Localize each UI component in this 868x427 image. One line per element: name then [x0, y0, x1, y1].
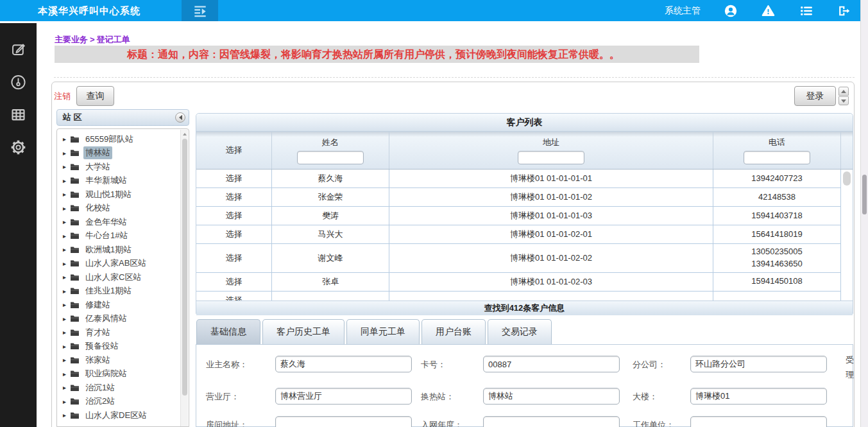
menu-toggle-button[interactable]: [182, 0, 218, 21]
tab[interactable]: 交易记录: [488, 319, 552, 344]
tab[interactable]: 同单元工单: [346, 319, 420, 344]
spinner-down-button[interactable]: [838, 96, 849, 105]
spinner-up-button[interactable]: [838, 87, 849, 96]
row-select-link[interactable]: 选择: [196, 244, 272, 273]
caret-icon[interactable]: [63, 329, 70, 336]
caret-icon[interactable]: [63, 260, 70, 267]
tree-item[interactable]: 65559部队站: [57, 132, 180, 146]
table-row[interactable]: 选择 樊涛 博琳楼01 01-01-01-03 15941403718: [196, 207, 853, 225]
user-profile-button[interactable]: [724, 4, 738, 18]
row-select-link[interactable]: 选择: [196, 225, 272, 244]
caret-icon[interactable]: [63, 150, 70, 157]
row-select-link[interactable]: 选择: [196, 170, 272, 188]
heat-station-field[interactable]: [483, 388, 620, 405]
tree-item[interactable]: 金色年华站: [57, 215, 180, 229]
tree-item[interactable]: 牛心台1#站: [57, 229, 180, 243]
tree-item[interactable]: 佳兆业1期站: [57, 284, 180, 299]
caret-icon[interactable]: [63, 315, 70, 322]
row-select-link[interactable]: 选择: [196, 188, 272, 207]
tab[interactable]: 客户历史工单: [262, 319, 345, 344]
owner-name-field[interactable]: [275, 356, 412, 372]
work-unit-label: 工作单位：: [633, 419, 674, 427]
caret-icon[interactable]: [63, 177, 70, 184]
table-row[interactable]: 选择 蔡久海 博琳楼01 01-01-01-01 13942407723: [196, 170, 853, 188]
phone-filter-input[interactable]: [744, 151, 810, 164]
folder-icon: [70, 232, 80, 240]
tree-item[interactable]: 亿泰风情站: [57, 312, 180, 326]
tree-item[interactable]: 欧洲城1期站: [57, 243, 180, 257]
address-filter-input[interactable]: [518, 151, 584, 164]
tree-item[interactable]: 育才站: [57, 326, 180, 340]
alerts-button[interactable]: [761, 4, 776, 18]
tree-item[interactable]: 修建站: [57, 298, 180, 312]
caret-icon[interactable]: [63, 191, 70, 198]
page-scrollbar-thumb[interactable]: [862, 175, 867, 214]
building-field[interactable]: [690, 388, 827, 405]
table-scrollbar-thumb[interactable]: [843, 171, 851, 186]
caret-icon[interactable]: [63, 398, 70, 405]
business-hall-field[interactable]: [275, 388, 412, 405]
tree-item[interactable]: 观山悦1期站: [57, 187, 180, 202]
caret-icon[interactable]: [63, 356, 70, 363]
folder-icon: [70, 412, 80, 419]
logout-link[interactable]: 注销: [54, 91, 71, 102]
accept-button[interactable]: 受理: [846, 353, 856, 382]
collapse-panel-button[interactable]: [175, 112, 185, 123]
grid-icon: [10, 106, 27, 123]
branch-field[interactable]: [690, 356, 827, 372]
table-row[interactable]: 选择: [196, 292, 853, 301]
tree-item[interactable]: 职业病院站: [57, 367, 180, 381]
caret-icon[interactable]: [63, 301, 70, 308]
tree-item[interactable]: 丰华新城站: [57, 174, 180, 188]
tree-item[interactable]: 山水人家AB区站: [57, 257, 180, 271]
tree-item[interactable]: 大学站: [57, 160, 180, 174]
caret-icon[interactable]: [63, 370, 70, 378]
work-unit-field[interactable]: [690, 416, 827, 427]
card-number-field[interactable]: [483, 356, 620, 372]
row-select-link[interactable]: 选择: [196, 273, 272, 292]
table-row[interactable]: 选择 谢文峰 博琳楼01 01-01-02-02 13050235005 139…: [196, 244, 853, 273]
caret-icon[interactable]: [63, 218, 70, 225]
caret-icon[interactable]: [63, 163, 70, 170]
caret-icon[interactable]: [63, 412, 70, 419]
row-select-link[interactable]: 选择: [196, 207, 272, 225]
row-select-link[interactable]: 选择: [196, 292, 272, 301]
tree-item[interactable]: 治沉2站: [57, 395, 180, 409]
caret-icon[interactable]: [63, 246, 70, 253]
logout-button[interactable]: [837, 4, 851, 18]
tree-item[interactable]: 张家站: [57, 353, 180, 367]
sidebar-item-tables[interactable]: [10, 105, 28, 123]
task-list-button[interactable]: [799, 4, 813, 18]
breadcrumb-section[interactable]: 主要业务: [55, 35, 88, 44]
tree-item[interactable]: 治沉1站: [57, 381, 180, 395]
caret-icon[interactable]: [63, 288, 70, 295]
tree-item[interactable]: 预备役站: [57, 340, 180, 354]
tree-scrollbar[interactable]: [180, 130, 188, 426]
join-year-field[interactable]: [483, 416, 620, 427]
caret-icon[interactable]: [63, 205, 70, 212]
tab[interactable]: 用户台账: [421, 319, 486, 344]
tree-scrollbar-thumb[interactable]: [182, 139, 187, 396]
sidebar-item-dashboard[interactable]: [10, 73, 28, 91]
name-filter-input[interactable]: [297, 151, 364, 164]
tree-item[interactable]: 山水人家C区站: [57, 270, 180, 284]
tree-item[interactable]: 山水人家DE区站: [57, 408, 180, 423]
caret-icon[interactable]: [63, 135, 70, 143]
caret-icon[interactable]: [63, 274, 70, 281]
sidebar-item-settings[interactable]: [10, 138, 28, 156]
table-row[interactable]: 选择 马兴大 博琳楼01 01-01-02-01 15641418019: [196, 225, 853, 244]
query-button[interactable]: 查询: [76, 86, 114, 106]
tab[interactable]: 基础信息: [196, 319, 260, 344]
caret-icon[interactable]: [63, 343, 70, 350]
login-button[interactable]: 登录: [794, 86, 836, 106]
room-address-field[interactable]: [275, 416, 412, 427]
tree-scroll-up-button[interactable]: [181, 130, 188, 138]
page-scrollbar[interactable]: [860, 0, 868, 427]
table-row[interactable]: 选择 张卓 博琳楼01 01-01-02-03 15941450108: [196, 273, 853, 292]
tree-item[interactable]: 化校站: [57, 202, 180, 216]
caret-icon[interactable]: [63, 384, 70, 391]
caret-icon[interactable]: [63, 232, 70, 240]
tree-item[interactable]: 博林站: [57, 146, 180, 161]
table-row[interactable]: 选择 张金荣 博琳楼01 01-01-01-02 42148538: [196, 188, 853, 207]
sidebar-item-compose[interactable]: [10, 40, 28, 58]
